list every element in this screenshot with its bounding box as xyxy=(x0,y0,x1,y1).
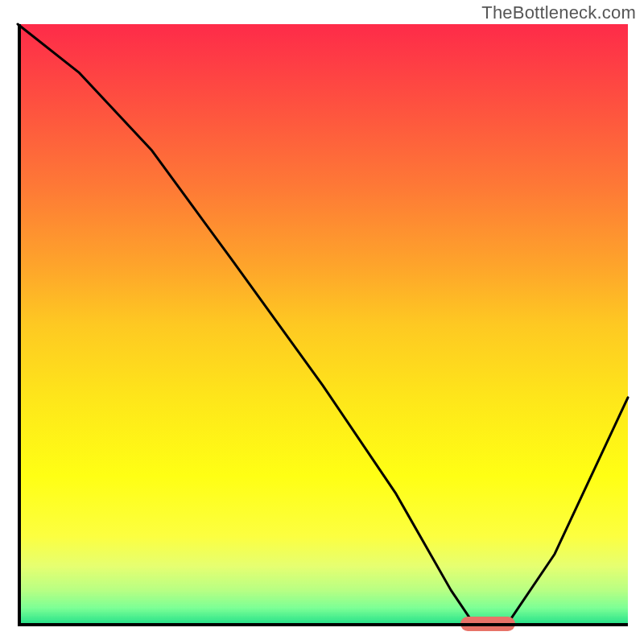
watermark-text: TheBottleneck.com xyxy=(481,2,636,23)
bottleneck-curve-line xyxy=(18,24,628,626)
bottleneck-curve-svg xyxy=(18,24,628,626)
chart-plot-area xyxy=(18,24,628,626)
optimal-marker xyxy=(460,617,515,631)
